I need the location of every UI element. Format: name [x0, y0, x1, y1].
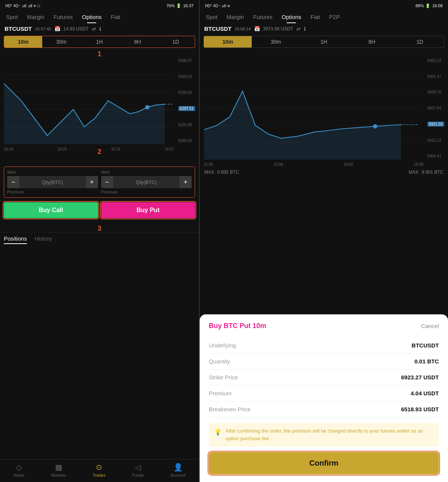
info-icon-left[interactable]: ℹ: [99, 26, 101, 32]
tab-options-right[interactable]: Options: [280, 12, 304, 23]
order-qty-call[interactable]: Qty(BTC): [19, 177, 86, 187]
tab-futures-right[interactable]: Futures: [251, 12, 275, 23]
modal-notice: 💡 After confirming the order, the premiu…: [209, 423, 439, 447]
notice-icon: 💡: [214, 428, 222, 437]
underlying-label: Underlying: [209, 342, 236, 349]
premium-label: Premium: [209, 390, 232, 396]
tab-options-left[interactable]: Options: [80, 12, 104, 23]
annotation-3: 3: [97, 225, 101, 233]
nav-tabs-left: Spot Margin Futures Options Fiat: [0, 11, 199, 23]
period-1h-right[interactable]: 1H: [300, 36, 348, 48]
home-icon: ◇: [16, 463, 22, 472]
tab-fiat-left[interactable]: Fiat: [108, 12, 122, 23]
btc-max-left-label: MAX: [204, 170, 214, 175]
chart-price-labels-right: 6963.23 6951.47 6939.70 6927.94 6921.55 …: [427, 57, 444, 160]
nav-trades[interactable]: ⊙ Trades: [93, 463, 106, 477]
buy-buttons: Buy Call Buy Put: [4, 202, 195, 218]
order-plus-call[interactable]: +: [86, 176, 98, 188]
ticker-price-left: 14.93 USDT: [64, 26, 89, 32]
modal-cancel-button[interactable]: Cancel: [421, 323, 439, 329]
order-section-left: MAX − Qty(BTC) + Premium MAX − Qty(BTC) …: [4, 166, 195, 198]
period-1d-right[interactable]: 1D: [396, 36, 444, 48]
period-10m-right[interactable]: 10m: [204, 36, 252, 48]
ticker-time-right: 16:08:14: [235, 27, 251, 31]
period-30m-right[interactable]: 30m: [252, 36, 300, 48]
order-col-call: MAX − Qty(BTC) + Premium: [7, 170, 98, 194]
order-qty-put[interactable]: Qty(BTC): [113, 177, 180, 187]
chart-left: 1 6306.37 6303.02 6299.66 6297.51 6292.9…: [4, 57, 195, 144]
chart-time-labels-left: 16:19 16:25 16:31 16:37: [4, 147, 174, 151]
svg-point-14: [373, 124, 377, 128]
ticker-symbol-left: BTCUSDT: [5, 25, 32, 32]
nav-account[interactable]: 👤 Account: [170, 463, 186, 477]
tab-p2p-right[interactable]: P2P: [327, 12, 342, 23]
positions-tabs: Positions History: [0, 232, 199, 244]
order-section-wrapper: MAX − Qty(BTC) + Premium MAX − Qty(BTC) …: [0, 156, 199, 200]
phone-right: HD° 4G⁺ .ull ≋ 88% 🔋 16:08 Spot Margin F…: [200, 0, 448, 482]
status-bar-right: HD° 4G⁺ .ull ≋ 88% 🔋 16:08: [200, 0, 448, 11]
period-10m-left[interactable]: 10m: [4, 36, 42, 48]
order-controls-call: − Qty(BTC) +: [7, 176, 98, 188]
order-controls-put: − Qty(BTC) +: [101, 176, 192, 188]
status-right-left-icons: HD° 4G⁺ .ull ≋: [205, 4, 230, 8]
chart-right: 6963.23 6951.47 6939.70 6927.94 6921.55 …: [203, 57, 444, 160]
buy-call-button[interactable]: Buy Call: [4, 202, 98, 218]
period-8h-right[interactable]: 8H: [348, 36, 396, 48]
nav-home[interactable]: ◇ Home: [13, 463, 24, 477]
svg-marker-4: [4, 83, 165, 144]
breakeven-label: Breakeven Price: [209, 406, 251, 412]
buy-put-button[interactable]: Buy Put: [101, 202, 195, 218]
info-icon-right[interactable]: ℹ: [304, 26, 306, 32]
period-1h-left[interactable]: 1H: [80, 36, 118, 48]
nav-markets[interactable]: ▦ Markets: [51, 463, 66, 477]
status-left-icons: HD° 4G⁺ .ull .ull ✕ □·: [5, 4, 41, 8]
strike-price-value: 6923.27 USDT: [401, 374, 439, 381]
btc-val-left: 0.895 BTC: [217, 170, 239, 175]
status-bar-left: HD° 4G⁺ .ull .ull ✕ □· 76% 🔋 16:37: [0, 0, 199, 11]
order-minus-call[interactable]: −: [7, 176, 19, 188]
order-plus-put[interactable]: +: [180, 176, 192, 188]
modal-row-quantity: Quantity 0.01 BTC: [209, 354, 439, 369]
period-8h-left[interactable]: 8H: [119, 36, 157, 48]
tab-spot-right[interactable]: Spot: [203, 12, 220, 23]
notice-text: After confirming the order, the premium …: [226, 427, 434, 442]
tab-futures-left[interactable]: Futures: [51, 12, 75, 23]
quantity-value: 0.01 BTC: [415, 358, 439, 365]
tab-margin-right[interactable]: Margin: [224, 12, 246, 23]
period-selector-left: 10m 30m 1H 8H 1D: [4, 36, 195, 48]
period-30m-left[interactable]: 30m: [42, 36, 80, 48]
tab-spot-left[interactable]: Spot: [4, 12, 20, 23]
annotation-1: 1: [97, 50, 101, 58]
annotation-2: 2: [97, 148, 101, 156]
account-icon: 👤: [173, 463, 183, 472]
nav-tabs-right: Spot Margin Futures Options Fiat P2P: [200, 11, 448, 23]
order-minus-put[interactable]: −: [101, 176, 113, 188]
btc-max-row: MAX 0.895 BTC MAX 9.901 BTC: [200, 167, 448, 177]
ticker-time-left: 16:37:40: [35, 27, 51, 31]
status-right-info: 76% 🔋 16:37: [166, 3, 194, 8]
transfer-icon-right[interactable]: ⇄: [296, 26, 301, 32]
tab-history[interactable]: History: [35, 235, 52, 244]
positions-content: [0, 244, 199, 459]
period-selector-right: 10m 30m 1H 8H 1D: [203, 36, 444, 48]
chart-svg-right: [203, 57, 444, 160]
tab-fiat-right[interactable]: Fiat: [308, 12, 322, 23]
period-1d-left[interactable]: 1D: [157, 36, 195, 48]
ticker-price-right: 3973.96 USDT: [263, 26, 293, 32]
strike-price-label: Strike Price: [209, 374, 238, 381]
tab-positions[interactable]: Positions: [4, 235, 27, 244]
status-right-right-info: 88% 🔋 16:08: [415, 3, 443, 8]
order-max-put: MAX: [101, 170, 192, 174]
current-price-label-left: 6297.51: [178, 106, 195, 111]
modal-row-underlying: Underlying BTCUSDT: [209, 338, 439, 354]
tab-margin-left[interactable]: Margin: [25, 12, 47, 23]
nav-funds[interactable]: ◁ Funds: [132, 463, 144, 477]
modal-title: Buy BTC Put 10m: [209, 322, 266, 330]
btc-val-right: 9.901 BTC: [422, 170, 443, 175]
bottom-nav-left: ◇ Home ▦ Markets ⊙ Trades ◁ Funds 👤 Acco…: [0, 459, 199, 482]
premium-value: 4.04 USDT: [411, 390, 439, 396]
transfer-icon-left[interactable]: ⇄: [92, 26, 96, 32]
phone-left: HD° 4G⁺ .ull .ull ✕ □· 76% 🔋 16:37 Spot …: [0, 0, 200, 482]
chart-time-labels-right: 15:50 15:56 16:02 16:08: [203, 162, 423, 166]
confirm-button[interactable]: Confirm: [209, 452, 439, 474]
